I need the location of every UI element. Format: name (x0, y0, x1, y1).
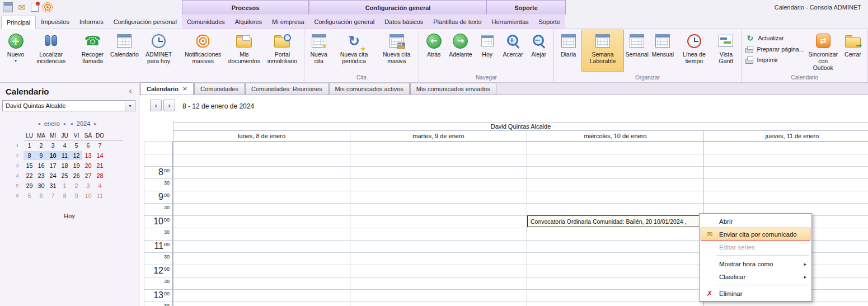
scheduler-prev-button[interactable]: ‹ (150, 100, 162, 111)
day-header-martes-9-de-enero[interactable]: martes, 9 de enero (350, 131, 527, 142)
minical-day-12[interactable]: 12 (71, 151, 82, 160)
day-header-miercoles-10-de-enero[interactable]: miércoles, 10 de enero (527, 131, 703, 142)
minical-day-6[interactable]: 6 (82, 141, 94, 150)
ribbon-button-hoy[interactable]: Hoy (475, 30, 500, 72)
next-year-icon[interactable]: ▸ (94, 121, 97, 126)
minical-day-8[interactable]: 8 (59, 191, 71, 200)
minical-day-9[interactable]: 9 (35, 151, 47, 160)
minical-day-20[interactable]: 20 (82, 161, 94, 170)
document-tab-calendario[interactable]: Calendario× (140, 82, 194, 95)
minical-day-7[interactable]: 7 (47, 191, 59, 200)
ribbon-button-mensual[interactable]: Mensual (650, 30, 675, 72)
minical-day-4[interactable]: 4 (94, 181, 106, 190)
day-header-lunes-8-de-enero[interactable]: lunes, 8 de enero (173, 131, 350, 142)
menu-item-enviar-cita-por-comunicado[interactable]: ✉Enviar cita por comunicado (701, 228, 810, 241)
prev-year-icon[interactable]: ◂ (70, 121, 73, 126)
menu-item-eliminar[interactable]: ✗Eliminar (701, 287, 810, 300)
minical-day-7[interactable]: 7 (94, 141, 106, 150)
ribbon-button-cerrar[interactable]: Cerrar (840, 30, 866, 72)
app-window-icon[interactable] (3, 2, 13, 12)
minical-day-17[interactable]: 17 (47, 161, 59, 170)
document-tab-mis-comunicados-activos[interactable]: Mis comunicados activos (329, 83, 410, 95)
minical-day-27[interactable]: 27 (82, 171, 94, 180)
ribbon-button-actualizar[interactable]: Actualizar (745, 34, 804, 43)
minical-day-5[interactable]: 5 (71, 141, 82, 150)
menu-item-clasificar[interactable]: Clasificar▸ (701, 270, 810, 283)
minical-day-4[interactable]: 4 (59, 141, 71, 150)
minical-day-22[interactable]: 22 (24, 171, 35, 180)
ribbon-tab-alquileres[interactable]: Alquileres (230, 15, 267, 29)
document-tab-comunidades-reuniones[interactable]: Comunidades: Reuniones (245, 83, 329, 95)
ribbon-tab-configuracion-personal[interactable]: Configuración personal (109, 15, 182, 29)
minical-day-10[interactable]: 10 (47, 151, 59, 160)
minical-day-21[interactable]: 21 (94, 161, 106, 170)
mail-icon[interactable] (17, 2, 27, 12)
minical-day-2[interactable]: 2 (35, 141, 47, 150)
today-button[interactable]: Hoy (0, 213, 139, 219)
menu-item-mostrar-hora-como[interactable]: Mostrar hora como▸ (701, 257, 810, 270)
collapse-chevron-icon[interactable]: ‹ (126, 86, 134, 96)
ribbon-button-preparar-pagina[interactable]: Preparar página... (745, 45, 804, 53)
minical-day-29[interactable]: 29 (24, 181, 35, 190)
ribbon-button-calendario[interactable]: Calendario (111, 30, 137, 72)
ribbon-tab-mi-empresa[interactable]: Mi empresa (267, 15, 309, 29)
ribbon-tab-comunidades[interactable]: Comunidades (182, 15, 230, 29)
ribbon-tab-plantillas-de-texto[interactable]: Plantillas de texto (428, 15, 486, 29)
ribbon-tab-informes[interactable]: Informes (74, 15, 109, 29)
ribbon-button-adelante[interactable]: Adelante (447, 30, 474, 72)
ribbon-tab-principal[interactable]: Principal (1, 16, 36, 29)
ribbon-button-alejar[interactable]: Alejar (526, 30, 552, 72)
minical-day-1[interactable]: 1 (59, 181, 71, 190)
ribbon-button-imprimir[interactable]: Imprimir (745, 56, 804, 64)
scheduler-next-button[interactable]: › (163, 100, 175, 111)
ribbon-tab-configuracion-general[interactable]: Configuración general (309, 15, 380, 29)
minical-day-3[interactable]: 3 (47, 141, 59, 150)
ribbon-button-nueva-cita-periodica[interactable]: Nueva cita periódica (332, 30, 377, 72)
broadcast-icon[interactable] (43, 2, 53, 12)
minical-day-8[interactable]: 8 (24, 151, 35, 160)
minical-day-5[interactable]: 5 (24, 191, 35, 200)
minical-day-18[interactable]: 18 (59, 161, 71, 170)
ribbon-tab-herramientas[interactable]: Herramientas (486, 15, 533, 29)
minical-day-11[interactable]: 11 (94, 191, 106, 200)
document-tab-mis-comunicados-enviados[interactable]: Mis comunicados enviados (410, 83, 496, 95)
mini-calendar-month[interactable]: enero (44, 120, 60, 127)
next-month-icon[interactable]: ▸ (64, 121, 67, 126)
ribbon-button-portal-inmobiliario[interactable]: Portal inmobiliario (262, 30, 302, 72)
ribbon-button-sincronizar-con-outlook[interactable]: Sincronizar con Outlook (806, 30, 840, 72)
minical-day-25[interactable]: 25 (59, 171, 71, 180)
ribbon-button-atras[interactable]: Atrás (421, 30, 447, 72)
ribbon-button-localizar-incidencias[interactable]: Localizar incidencias (29, 30, 74, 72)
ribbon-button-nuevo[interactable]: Nuevo ▾ (3, 30, 29, 72)
minical-day-11[interactable]: 11 (59, 151, 71, 160)
ribbon-button-vista-gantt[interactable]: Vista Gantt (712, 30, 739, 72)
minical-day-16[interactable]: 16 (35, 161, 47, 170)
owner-select[interactable]: David Quintas Alcalde ▾ (2, 100, 135, 111)
note-alert-icon[interactable] (31, 3, 39, 12)
minical-day-15[interactable]: 15 (24, 161, 35, 170)
ribbon-button-semana-laborable[interactable]: Semana Laborable (581, 30, 625, 72)
appointment[interactable]: Convocatoria Ordinaria Comunidad: Bailén… (527, 215, 703, 227)
minical-day-19[interactable]: 19 (71, 161, 82, 170)
ribbon-tab-soporte[interactable]: Soporte (534, 15, 566, 29)
minical-day-14[interactable]: 14 (94, 151, 106, 160)
mini-calendar-year[interactable]: 2024 (77, 120, 90, 127)
ribbon-button-linea-de-tiempo[interactable]: Línea de tiempo (675, 30, 712, 72)
ribbon-button-acercar[interactable]: Acercar (500, 30, 526, 72)
minical-day-30[interactable]: 30 (35, 181, 47, 190)
ribbon-button-mis-documentos[interactable]: Mis documentos (226, 30, 262, 72)
minical-day-1[interactable]: 1 (24, 141, 35, 150)
dropdown-arrow-icon[interactable]: ▾ (125, 101, 135, 111)
document-tab-comunidades[interactable]: Comunidades (194, 83, 245, 95)
minical-day-31[interactable]: 31 (47, 181, 59, 190)
close-tab-icon[interactable]: × (182, 85, 187, 92)
minical-day-23[interactable]: 23 (35, 171, 47, 180)
day-header-jueves-11-de-enero[interactable]: jueves, 11 de enero (703, 131, 868, 142)
minical-day-9[interactable]: 9 (71, 191, 82, 200)
ribbon-button-diaria[interactable]: Diaria (556, 30, 581, 72)
ribbon-button-semanal[interactable]: Semanal (624, 30, 650, 72)
minical-day-6[interactable]: 6 (35, 191, 47, 200)
ribbon-button-nueva-cita-masiva[interactable]: Nueva cita masiva (376, 30, 417, 72)
minical-day-26[interactable]: 26 (71, 171, 82, 180)
minical-day-2[interactable]: 2 (71, 181, 82, 190)
